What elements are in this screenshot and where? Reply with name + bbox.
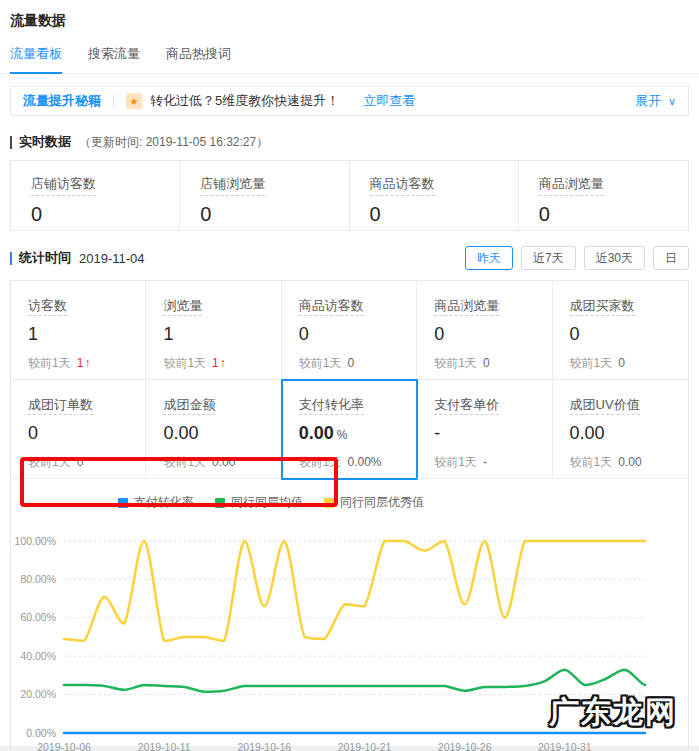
legend-item-peer-average[interactable]: 同行同层均值 xyxy=(215,494,303,511)
metric-compare: 较前1天0 xyxy=(570,355,688,372)
metric-label: 商品浏览量 xyxy=(434,298,499,316)
svg-text:2019-10-21: 2019-10-21 xyxy=(338,741,392,751)
legend-label: 支付转化率 xyxy=(134,494,194,511)
card-value: 0 xyxy=(200,203,348,226)
realtime-card-product-visitors: 商品访客数 0 xyxy=(350,161,519,230)
realtime-update-time: （更新时间: 2019-11-05 16:32:27） xyxy=(79,134,268,151)
svg-text:2019-10-11: 2019-10-11 xyxy=(138,741,191,751)
realtime-cards: 店铺访客数 0 店铺浏览量 0 商品访客数 0 商品浏览量 0 xyxy=(10,160,689,231)
stats-section-header: 统计时间 2019-11-04 昨天 近7天 近30天 日 xyxy=(10,246,689,270)
metric-label: 成团UV价值 xyxy=(570,397,640,415)
realtime-card-product-views: 商品浏览量 0 xyxy=(519,161,688,230)
stats-date: 2019-11-04 xyxy=(79,251,145,266)
metric-label: 成团买家数 xyxy=(570,298,635,316)
divider xyxy=(113,94,114,108)
metric-card-group-uv-value[interactable]: 成团UV价值 0.00 较前1天0.00 xyxy=(553,380,688,479)
metric-card-group-buyers[interactable]: 成团买家数 0 较前1天0 xyxy=(553,281,688,380)
trend-up-icon: ↑ xyxy=(220,356,226,370)
tab-traffic-board[interactable]: 流量看板 xyxy=(10,45,62,74)
legend-label: 同行同层均值 xyxy=(231,494,303,511)
metric-label: 成团金额 xyxy=(163,397,215,415)
metric-card-group-amount[interactable]: 成团金额 0.00 较前1天0.00 xyxy=(146,380,281,479)
range-button-day[interactable]: 日 xyxy=(653,246,689,270)
metric-card-product-visitors[interactable]: 商品访客数 0 较前1天0 xyxy=(282,281,417,380)
card-label: 商品浏览量 xyxy=(539,175,604,196)
range-button-7days[interactable]: 近7天 xyxy=(521,246,576,270)
metric-compare: 较前1天0 xyxy=(434,355,551,372)
metric-label: 成团订单数 xyxy=(28,397,93,415)
metric-card-visitors[interactable]: 访客数 1 较前1天1↑ xyxy=(11,281,146,380)
metric-label: 支付转化率 xyxy=(299,397,364,415)
card-value: 0 xyxy=(31,203,179,226)
expand-label: 展开 xyxy=(635,93,661,108)
legend-item-peer-excellent[interactable]: 同行同层优秀值 xyxy=(324,494,424,511)
range-button-30days[interactable]: 近30天 xyxy=(584,246,645,270)
metric-value: 0.00 xyxy=(299,423,334,443)
metric-card-group-orders[interactable]: 成团订单数 0 较前1天0 xyxy=(11,380,146,479)
metric-card-product-views[interactable]: 商品浏览量 0 较前1天0 xyxy=(417,281,552,380)
watermark: 广东龙网 xyxy=(549,692,677,733)
metric-compare: 较前1天0 xyxy=(299,355,416,372)
promo-link[interactable]: 立即查看 xyxy=(363,92,415,110)
svg-text:2019-10-31: 2019-10-31 xyxy=(538,741,592,751)
metric-compare: 较前1天0.00 xyxy=(570,454,688,471)
svg-text:2019-10-06: 2019-10-06 xyxy=(37,741,91,751)
metric-card-views[interactable]: 浏览量 1 较前1天1↑ xyxy=(146,281,281,380)
trend-up-icon: ↑ xyxy=(84,356,90,370)
metric-value: 0 xyxy=(28,423,38,443)
metric-card-payment-conversion[interactable]: 支付转化率 0.00% 较前1天0.00% xyxy=(282,380,417,479)
metric-value: 0 xyxy=(434,324,444,344)
page-title: 流量数据 xyxy=(0,0,699,30)
card-label: 商品访客数 xyxy=(370,175,435,196)
promo-banner: 流量提升秘籍 ★ 转化过低？5维度教你快速提升！ 立即查看 展开 ∨ xyxy=(10,86,689,116)
metric-compare: 较前1天1↑ xyxy=(28,355,145,372)
metric-compare: 较前1天1↑ xyxy=(163,355,280,372)
chart-legend: 支付转化率 同行同层均值 同行同层优秀值 xyxy=(11,479,688,526)
promo-badge: 流量提升秘籍 xyxy=(23,92,101,110)
svg-text:20.00%: 20.00% xyxy=(20,688,56,700)
metric-compare: 较前1天0.00% xyxy=(299,454,416,471)
metric-value: 0 xyxy=(570,324,580,344)
promo-message: 转化过低？5维度教你快速提升！ xyxy=(150,92,339,110)
card-label: 店铺浏览量 xyxy=(200,175,265,196)
stats-title: 统计时间 xyxy=(19,249,71,267)
stats-panel: 访客数 1 较前1天1↑ 浏览量 1 较前1天1↑ 商品访客数 0 较前1天0 … xyxy=(10,280,689,751)
date-range-buttons: 昨天 近7天 近30天 日 xyxy=(465,246,689,270)
medal-icon: ★ xyxy=(126,93,142,109)
legend-swatch-yellow xyxy=(324,498,334,508)
metric-value: 0.00 xyxy=(570,423,605,443)
svg-text:100.00%: 100.00% xyxy=(15,535,56,547)
metrics-grid: 访客数 1 较前1天1↑ 浏览量 1 较前1天1↑ 商品访客数 0 较前1天0 … xyxy=(11,281,688,479)
range-button-yesterday[interactable]: 昨天 xyxy=(465,246,513,270)
svg-text:2019-10-16: 2019-10-16 xyxy=(237,741,291,751)
tab-search-traffic[interactable]: 搜索流量 xyxy=(88,45,140,73)
legend-swatch-blue xyxy=(118,498,128,508)
svg-text:0.00%: 0.00% xyxy=(26,727,56,739)
svg-text:2019-10-26: 2019-10-26 xyxy=(438,741,492,751)
realtime-card-shop-visitors: 店铺访客数 0 xyxy=(11,161,180,230)
traffic-data-page: 流量数据 流量看板 搜索流量 商品热搜词 流量提升秘籍 ★ 转化过低？5维度教你… xyxy=(0,0,699,746)
card-value: 0 xyxy=(539,203,688,226)
legend-label: 同行同层优秀值 xyxy=(340,494,424,511)
metric-value: - xyxy=(434,423,440,443)
metric-value: 0.00 xyxy=(163,423,198,443)
section-bar xyxy=(10,252,12,265)
metric-compare: 较前1天0.00 xyxy=(163,454,280,471)
metric-card-payment-per-customer[interactable]: 支付客单价 - 较前1天- xyxy=(417,380,552,479)
section-bar xyxy=(10,136,12,149)
svg-text:80.00%: 80.00% xyxy=(20,573,56,585)
legend-item-payment-conversion[interactable]: 支付转化率 xyxy=(118,494,194,511)
metric-value: 1 xyxy=(28,324,38,344)
chevron-down-icon: ∨ xyxy=(668,95,676,107)
metric-label: 浏览量 xyxy=(163,298,202,316)
svg-text:40.00%: 40.00% xyxy=(20,650,56,662)
realtime-title: 实时数据 xyxy=(19,133,71,151)
metric-value: 1 xyxy=(163,324,173,344)
card-value: 0 xyxy=(370,203,518,226)
legend-swatch-green xyxy=(215,498,225,508)
realtime-card-shop-views: 店铺浏览量 0 xyxy=(180,161,349,230)
tab-hot-keywords[interactable]: 商品热搜词 xyxy=(166,45,231,73)
expand-toggle[interactable]: 展开 ∨ xyxy=(635,92,676,110)
metric-value: 0 xyxy=(299,324,309,344)
tab-bar: 流量看板 搜索流量 商品热搜词 xyxy=(0,45,699,74)
